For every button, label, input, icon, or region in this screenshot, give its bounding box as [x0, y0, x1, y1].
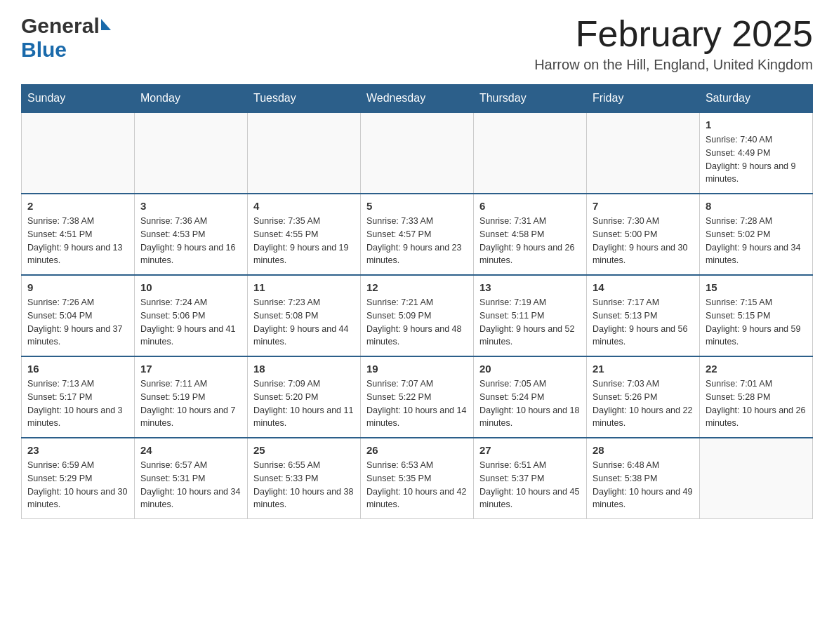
calendar-cell — [22, 112, 135, 194]
calendar-cell: 9Sunrise: 7:26 AMSunset: 5:04 PMDaylight… — [22, 275, 135, 356]
calendar-cell: 10Sunrise: 7:24 AMSunset: 5:06 PMDayligh… — [134, 275, 247, 356]
calendar-cell: 2Sunrise: 7:38 AMSunset: 4:51 PMDaylight… — [22, 194, 135, 275]
day-number: 20 — [479, 363, 581, 375]
day-number: 16 — [27, 363, 128, 375]
calendar-cell: 3Sunrise: 7:36 AMSunset: 4:53 PMDaylight… — [134, 194, 247, 275]
day-number: 22 — [706, 363, 807, 375]
day-info: Sunrise: 6:57 AMSunset: 5:31 PMDaylight:… — [140, 459, 241, 511]
day-info: Sunrise: 7:35 AMSunset: 4:55 PMDaylight:… — [253, 215, 355, 267]
day-number: 21 — [593, 363, 694, 375]
calendar-cell — [586, 112, 699, 194]
calendar-cell — [699, 438, 812, 519]
calendar-cell: 13Sunrise: 7:19 AMSunset: 5:11 PMDayligh… — [473, 275, 586, 356]
day-info: Sunrise: 6:59 AMSunset: 5:29 PMDaylight:… — [27, 459, 128, 511]
weekday-header-monday: Monday — [134, 85, 247, 113]
day-info: Sunrise: 7:13 AMSunset: 5:17 PMDaylight:… — [27, 377, 128, 430]
day-info: Sunrise: 7:11 AMSunset: 5:19 PMDaylight:… — [140, 377, 241, 430]
weekday-header-thursday: Thursday — [473, 85, 586, 113]
day-info: Sunrise: 7:05 AMSunset: 5:24 PMDaylight:… — [479, 377, 581, 430]
day-number: 10 — [140, 281, 241, 293]
day-info: Sunrise: 7:28 AMSunset: 5:02 PMDaylight:… — [706, 215, 807, 267]
day-number: 26 — [366, 444, 468, 456]
day-number: 19 — [366, 363, 468, 375]
calendar-cell: 20Sunrise: 7:05 AMSunset: 5:24 PMDayligh… — [473, 356, 586, 438]
day-info: Sunrise: 7:38 AMSunset: 4:51 PMDaylight:… — [27, 215, 128, 267]
calendar-cell: 6Sunrise: 7:31 AMSunset: 4:58 PMDaylight… — [473, 194, 586, 275]
day-number: 8 — [706, 200, 807, 212]
day-number: 11 — [253, 281, 355, 293]
calendar-cell: 15Sunrise: 7:15 AMSunset: 5:15 PMDayligh… — [699, 275, 812, 356]
calendar-week-row: 23Sunrise: 6:59 AMSunset: 5:29 PMDayligh… — [22, 438, 813, 519]
day-number: 7 — [593, 200, 694, 212]
logo: General Blue — [21, 14, 111, 62]
day-info: Sunrise: 7:33 AMSunset: 4:57 PMDaylight:… — [366, 215, 468, 267]
logo-arrow-icon — [101, 19, 111, 30]
day-number: 17 — [140, 363, 241, 375]
logo-general-text: General — [21, 14, 100, 38]
day-number: 28 — [593, 444, 694, 456]
weekday-header-friday: Friday — [586, 85, 699, 113]
day-info: Sunrise: 7:30 AMSunset: 5:00 PMDaylight:… — [593, 215, 694, 267]
day-info: Sunrise: 6:51 AMSunset: 5:37 PMDaylight:… — [479, 459, 581, 511]
day-info: Sunrise: 6:48 AMSunset: 5:38 PMDaylight:… — [593, 459, 694, 511]
day-info: Sunrise: 7:17 AMSunset: 5:13 PMDaylight:… — [593, 296, 694, 349]
day-number: 25 — [253, 444, 355, 456]
day-info: Sunrise: 7:19 AMSunset: 5:11 PMDaylight:… — [479, 296, 581, 349]
day-number: 23 — [27, 444, 128, 456]
day-number: 14 — [593, 281, 694, 293]
weekday-header-saturday: Saturday — [699, 85, 812, 113]
day-info: Sunrise: 7:21 AMSunset: 5:09 PMDaylight:… — [366, 296, 468, 349]
calendar-week-row: 16Sunrise: 7:13 AMSunset: 5:17 PMDayligh… — [22, 356, 813, 438]
calendar-cell — [473, 112, 586, 194]
location-label: Harrow on the Hill, England, United King… — [534, 57, 813, 73]
calendar-cell: 14Sunrise: 7:17 AMSunset: 5:13 PMDayligh… — [586, 275, 699, 356]
calendar-cell: 22Sunrise: 7:01 AMSunset: 5:28 PMDayligh… — [699, 356, 812, 438]
day-number: 12 — [366, 281, 468, 293]
calendar-cell: 5Sunrise: 7:33 AMSunset: 4:57 PMDaylight… — [360, 194, 473, 275]
calendar-cell: 24Sunrise: 6:57 AMSunset: 5:31 PMDayligh… — [134, 438, 247, 519]
title-section: February 2025 Harrow on the Hill, Englan… — [534, 14, 813, 73]
calendar-cell: 26Sunrise: 6:53 AMSunset: 5:35 PMDayligh… — [360, 438, 473, 519]
calendar-cell: 28Sunrise: 6:48 AMSunset: 5:38 PMDayligh… — [586, 438, 699, 519]
calendar-cell: 8Sunrise: 7:28 AMSunset: 5:02 PMDaylight… — [699, 194, 812, 275]
calendar-cell: 18Sunrise: 7:09 AMSunset: 5:20 PMDayligh… — [247, 356, 360, 438]
calendar-cell: 4Sunrise: 7:35 AMSunset: 4:55 PMDaylight… — [247, 194, 360, 275]
day-info: Sunrise: 7:01 AMSunset: 5:28 PMDaylight:… — [706, 377, 807, 430]
calendar-week-row: 2Sunrise: 7:38 AMSunset: 4:51 PMDaylight… — [22, 194, 813, 275]
day-info: Sunrise: 6:55 AMSunset: 5:33 PMDaylight:… — [253, 459, 355, 511]
day-info: Sunrise: 7:24 AMSunset: 5:06 PMDaylight:… — [140, 296, 241, 349]
day-number: 18 — [253, 363, 355, 375]
calendar-header-row: SundayMondayTuesdayWednesdayThursdayFrid… — [22, 85, 813, 113]
day-number: 4 — [253, 200, 355, 212]
day-number: 15 — [706, 281, 807, 293]
calendar-cell: 1Sunrise: 7:40 AMSunset: 4:49 PMDaylight… — [699, 112, 812, 194]
day-info: Sunrise: 7:40 AMSunset: 4:49 PMDaylight:… — [706, 133, 807, 186]
day-number: 5 — [366, 200, 468, 212]
calendar-cell: 11Sunrise: 7:23 AMSunset: 5:08 PMDayligh… — [247, 275, 360, 356]
day-info: Sunrise: 6:53 AMSunset: 5:35 PMDaylight:… — [366, 459, 468, 511]
weekday-header-wednesday: Wednesday — [360, 85, 473, 113]
calendar-table: SundayMondayTuesdayWednesdayThursdayFrid… — [21, 84, 813, 519]
day-number: 13 — [479, 281, 581, 293]
page-header: General Blue February 2025 Harrow on the… — [21, 14, 813, 73]
calendar-cell — [134, 112, 247, 194]
day-info: Sunrise: 7:03 AMSunset: 5:26 PMDaylight:… — [593, 377, 694, 430]
weekday-header-tuesday: Tuesday — [247, 85, 360, 113]
day-number: 1 — [706, 119, 807, 130]
month-title: February 2025 — [534, 14, 813, 54]
day-info: Sunrise: 7:36 AMSunset: 4:53 PMDaylight:… — [140, 215, 241, 267]
day-number: 9 — [27, 281, 128, 293]
day-number: 6 — [479, 200, 581, 212]
logo-blue-text: Blue — [21, 38, 67, 61]
day-number: 2 — [27, 200, 128, 212]
day-number: 24 — [140, 444, 241, 456]
calendar-cell: 27Sunrise: 6:51 AMSunset: 5:37 PMDayligh… — [473, 438, 586, 519]
calendar-cell — [360, 112, 473, 194]
day-info: Sunrise: 7:23 AMSunset: 5:08 PMDaylight:… — [253, 296, 355, 349]
calendar-cell: 19Sunrise: 7:07 AMSunset: 5:22 PMDayligh… — [360, 356, 473, 438]
calendar-cell: 7Sunrise: 7:30 AMSunset: 5:00 PMDaylight… — [586, 194, 699, 275]
calendar-cell: 23Sunrise: 6:59 AMSunset: 5:29 PMDayligh… — [22, 438, 135, 519]
day-info: Sunrise: 7:26 AMSunset: 5:04 PMDaylight:… — [27, 296, 128, 349]
calendar-cell: 12Sunrise: 7:21 AMSunset: 5:09 PMDayligh… — [360, 275, 473, 356]
calendar-cell — [247, 112, 360, 194]
